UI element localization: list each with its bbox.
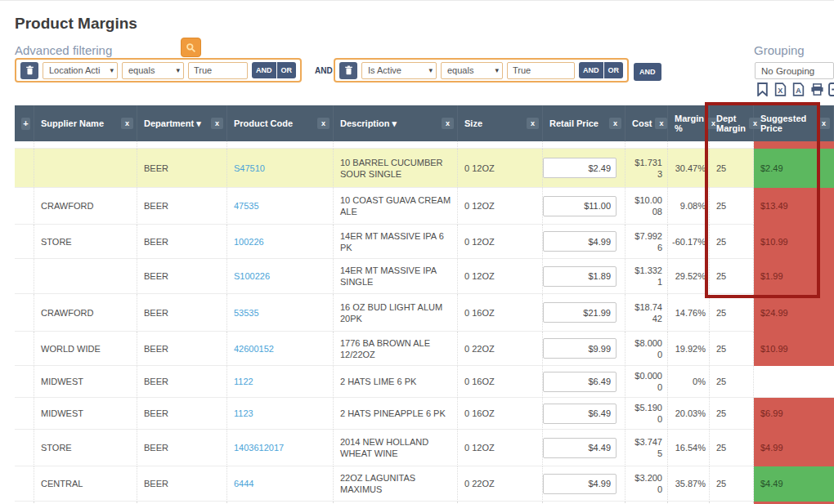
grouping-select[interactable]: No Grouping	[755, 62, 834, 79]
cost-cell: $10.0008	[626, 188, 668, 225]
product-code-link[interactable]: S100226	[234, 270, 270, 282]
remove-column-button[interactable]: x	[317, 118, 330, 129]
and-button[interactable]: AND	[579, 62, 603, 78]
filter-operator-select[interactable]: equals ▾	[122, 62, 184, 79]
size-cell: 0 22OZ	[458, 466, 543, 502]
retail-price-input[interactable]	[543, 372, 617, 392]
column-header-dept_margin: Dept Marginx	[710, 105, 754, 141]
suggested-price-cell: $10.99	[754, 225, 834, 259]
retail-price-cell	[543, 294, 626, 332]
product-code-link[interactable]: 6444	[234, 478, 253, 489]
product-code-link[interactable]: S47510	[234, 163, 265, 174]
add-column-button[interactable]: +	[21, 118, 30, 130]
chevron-down-icon: ▾	[110, 66, 114, 74]
add-condition-button[interactable]: AND	[634, 63, 661, 81]
dept-margin-cell: 25	[710, 332, 754, 366]
filter-field-select[interactable]: Is Active ▾	[361, 62, 437, 79]
retail-price-input[interactable]	[543, 404, 617, 424]
filter-value-input[interactable]	[188, 62, 248, 79]
or-button[interactable]: OR	[277, 62, 297, 78]
add-icon[interactable]	[828, 82, 834, 96]
advanced-filtering-label: Advanced filtering	[15, 43, 112, 57]
print-icon[interactable]	[810, 82, 824, 96]
column-label[interactable]: Supplier Name	[41, 118, 118, 128]
size-cell: 0 16OZ	[458, 398, 543, 430]
department-cell	[137, 141, 227, 149]
retail-price-input[interactable]	[543, 438, 617, 458]
product-code-link[interactable]: 100226	[234, 236, 264, 248]
product-code-link[interactable]: 53535	[234, 307, 259, 319]
supplier-cell	[34, 149, 137, 188]
remove-column-button[interactable]: x	[211, 118, 223, 129]
suggested-price-cell	[754, 366, 834, 398]
svg-text:A: A	[796, 86, 801, 94]
column-label[interactable]: Retail Price	[549, 118, 606, 128]
margin-pct-cell: 16.54%	[668, 430, 710, 466]
column-label[interactable]: Size	[464, 118, 523, 128]
cost-cell: $3.2000	[626, 466, 668, 502]
table-row: MIDWESTBEER11232 HATS PINEAPPLE 6 PK0 16…	[15, 398, 834, 430]
margin-pct-cell: 19.92%	[668, 332, 710, 366]
column-label[interactable]: Department ▾	[144, 118, 208, 128]
table-row: BEERS10022614ER MT MASSIVE IPA SINGLE0 1…	[15, 259, 834, 294]
and-button[interactable]: AND	[252, 62, 276, 78]
margin-pct-cell: -60.17%	[668, 225, 710, 259]
retail-price-input[interactable]	[543, 196, 617, 216]
product-code-cell: 1403612017	[227, 430, 334, 466]
product-code-link[interactable]: 47535	[234, 200, 259, 212]
dept-margin-cell: 25	[710, 398, 754, 430]
remove-column-button[interactable]: x	[442, 118, 454, 129]
remove-column-button[interactable]: x	[609, 118, 621, 129]
dept-margin-cell: 25	[710, 294, 754, 332]
export-pdf-icon[interactable]: A	[792, 82, 806, 96]
retail-price-input[interactable]	[543, 302, 617, 323]
delete-filter-button[interactable]	[339, 62, 357, 79]
chevron-down-icon: ▾	[428, 66, 433, 74]
dept-margin-cell: 25	[710, 188, 754, 225]
retail-price-input[interactable]	[543, 231, 617, 252]
column-label[interactable]: Margin %	[675, 114, 704, 133]
remove-column-button[interactable]: x	[655, 118, 667, 129]
margin-pct-cell: 30.47%	[668, 149, 710, 188]
description-cell	[334, 141, 458, 149]
remove-column-button[interactable]: x	[121, 118, 133, 129]
cost-cell: $5.1900	[626, 398, 668, 430]
delete-filter-button[interactable]	[20, 62, 38, 79]
filter-operator-select[interactable]: equals ▾	[441, 62, 503, 79]
product-code-link[interactable]: 1123	[234, 408, 253, 419]
dept-margin-cell	[710, 141, 754, 149]
supplier-cell: MIDWEST	[34, 366, 137, 398]
product-code-link[interactable]: 1122	[234, 376, 253, 387]
cost-cell: $7.9926	[626, 225, 668, 259]
filter-field-select[interactable]: Location Acti ▾	[43, 62, 118, 79]
bookmark-icon[interactable]	[756, 82, 770, 96]
remove-column-button[interactable]: x	[818, 118, 830, 129]
search-button[interactable]	[181, 38, 201, 57]
product-code-cell: 47535	[227, 188, 334, 225]
product-code-cell	[227, 141, 334, 149]
suggested-price-cell: $1.99	[754, 259, 834, 294]
department-cell: BEER	[137, 294, 227, 332]
export-excel-icon[interactable]: X	[774, 82, 788, 96]
remove-column-button[interactable]: x	[527, 118, 539, 129]
retail-price-input[interactable]	[543, 158, 617, 178]
retail-price-input[interactable]	[543, 474, 617, 494]
size-cell: 0 12OZ	[458, 188, 543, 225]
product-code-link[interactable]: 1403612017	[234, 442, 284, 453]
suggested-price-cell: $10.99	[754, 332, 834, 366]
table-row	[15, 141, 834, 149]
column-label[interactable]: Description ▾	[340, 118, 438, 128]
column-label[interactable]: Cost	[632, 118, 652, 128]
column-header-description: Description ▾x	[334, 105, 458, 141]
filter-value-input[interactable]	[507, 62, 575, 79]
retail-price-input[interactable]	[543, 266, 617, 287]
size-cell: 0 12OZ	[458, 430, 543, 466]
column-label[interactable]: Dept Margin	[716, 114, 746, 133]
description-cell: 2014 NEW HOLLAND WHEAT WINE	[334, 430, 458, 466]
retail-price-input[interactable]	[543, 338, 617, 359]
product-code-link[interactable]: 42600152	[234, 343, 274, 355]
column-label[interactable]: Product Code	[234, 118, 314, 128]
description-cell: 10 COAST GUAVA CREAM ALE	[334, 188, 458, 225]
or-button[interactable]: OR	[604, 62, 624, 78]
column-label[interactable]: Suggested Price	[760, 114, 814, 133]
